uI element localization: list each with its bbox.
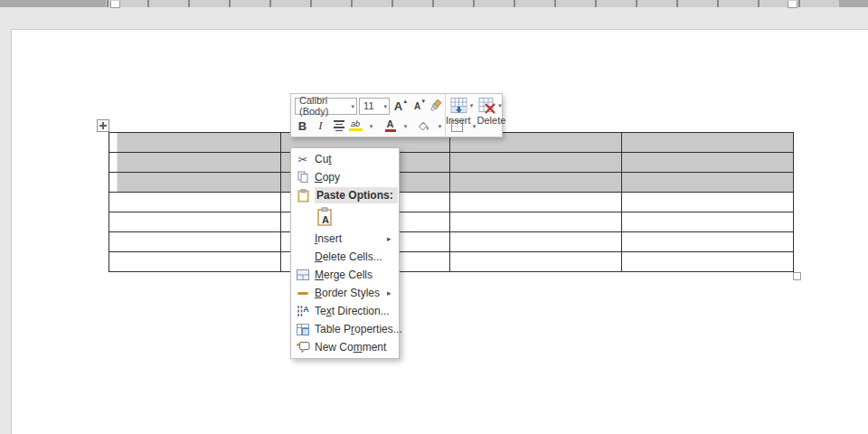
shading-button[interactable] [415,118,430,135]
chevron-down-icon: ▾ [439,123,442,129]
table-grid[interactable] [108,132,794,272]
svg-text:A: A [303,305,309,314]
delete-label: Delete [477,115,506,126]
mini-toolbar-format-section: Calibri (Body) ▾ 11 ▾ A▲ A▼ [291,94,445,137]
mini-toolbar: Calibri (Body) ▾ 11 ▾ A▲ A▼ [290,93,503,137]
shrink-font-button[interactable]: A▼ [412,98,428,115]
table-row [109,193,794,212]
table-cell[interactable] [622,212,794,232]
keep-text-only-icon: A [316,207,335,227]
font-name-value: Calibri (Body) [299,95,349,117]
table-resize-handle[interactable] [793,272,801,280]
font-name-combo[interactable]: Calibri (Body) ▾ [295,98,357,115]
insert-table-icon [450,97,468,114]
mini-toolbar-table-section: ▾ ▾ Insert Delete [445,94,505,137]
delete-table-button[interactable]: ▾ [478,97,502,114]
up-arrow-icon: ▲ [402,99,408,104]
menu-item-border-styles[interactable]: Border Styles ▸ [291,284,399,302]
table-row [109,153,794,173]
move-handle-plus-icon [102,122,104,129]
chevron-down-icon[interactable]: ▾ [383,103,387,109]
menu-item-table-properties[interactable]: Table Properties... [291,320,399,338]
center-align-icon [334,120,344,131]
chevron-down-icon: ▾ [404,123,408,129]
table-cell[interactable] [109,193,281,212]
format-painter-button[interactable] [428,98,443,115]
table-cell-selected[interactable] [450,173,622,193]
bold-icon: B [298,119,307,133]
chevron-down-icon: ▾ [498,102,502,108]
center-align-button[interactable] [331,118,346,135]
ruler-ticks [0,0,868,7]
keep-text-only-button[interactable]: A [315,206,336,228]
table-cell-selected[interactable] [622,133,794,153]
down-arrow-icon: ▼ [420,99,426,104]
border-styles-icon [297,292,308,295]
merge-cells-icon [297,269,309,280]
horizontal-ruler[interactable] [0,0,868,7]
insert-table-button[interactable]: ▾ [450,97,474,114]
submenu-arrow-icon: ▸ [387,234,399,243]
text-highlight-dropdown[interactable]: ▾ [362,118,381,135]
table-properties-icon [297,324,309,335]
paste-options-label: Paste Options: [315,187,398,203]
menu-item-insert[interactable]: Insert ▸ [291,230,399,248]
menu-item-text-direction[interactable]: A Text Direction... [291,302,399,320]
table-row [109,252,794,272]
table-cell[interactable] [622,252,794,272]
text-direction-icon: A [297,305,309,317]
table-cell[interactable] [109,252,281,272]
chevron-down-icon: ▾ [470,102,474,108]
cut-icon: ✂ [298,154,308,165]
table-cell-selected[interactable] [109,173,281,193]
table-cell-selected[interactable] [109,153,281,173]
delete-table-icon [478,97,496,114]
table-row [109,232,794,252]
document-table[interactable] [108,132,794,272]
menu-item-paste-options-header: Paste Options: [291,186,399,204]
paste-icon [297,189,309,203]
table-move-handle[interactable] [97,119,109,132]
menu-item-delete-cells[interactable]: Delete Cells... [291,248,399,266]
menu-item-merge-cells[interactable]: Merge Cells [291,266,399,284]
ruler-left-margin-zone [0,0,106,7]
menu-item-cut[interactable]: ✂ Cut [291,150,399,168]
shrink-font-icon: A [414,101,420,111]
font-color-dropdown[interactable]: ▾ [396,118,415,135]
table-cell[interactable] [622,232,794,252]
left-indent-marker[interactable] [110,1,120,8]
table-cell[interactable] [109,232,281,252]
italic-icon: I [318,118,322,133]
font-size-combo[interactable]: 11 ▾ [359,98,390,115]
grow-font-button[interactable]: A▲ [393,98,409,115]
table-cell-selected[interactable] [450,153,622,173]
highlight-icon: ab [349,120,363,132]
table-row [109,173,794,193]
table-cell-selected[interactable] [622,173,794,193]
svg-text:A: A [322,214,329,225]
menu-item-paste-options: A [291,204,399,230]
table-cell[interactable] [450,193,622,212]
table-cell[interactable] [450,232,622,252]
table-cell[interactable] [622,193,794,212]
word-document-window: { "glyphs": { "caret": "▾", "submenu_arr… [0,0,868,434]
menu-item-copy[interactable]: Copy [291,168,399,186]
text-highlight-button[interactable]: ab [346,118,362,135]
italic-button[interactable]: I [310,118,331,135]
grow-font-icon: A [394,99,402,113]
table-cell[interactable] [450,252,622,272]
new-comment-icon [297,341,310,354]
table-cell-selected[interactable] [622,153,794,173]
format-painter-icon [429,99,442,113]
menu-item-new-comment[interactable]: New Comment [291,338,399,356]
chevron-down-icon[interactable]: ▾ [352,103,355,109]
table-cell[interactable] [450,212,622,232]
bold-button[interactable]: B [295,118,310,135]
table-cell-selected[interactable] [109,133,281,153]
paint-bucket-icon [416,119,430,132]
table-cell[interactable] [109,212,281,232]
font-color-button[interactable]: A [381,118,396,135]
copy-icon [297,171,309,184]
font-size-value: 11 [363,100,373,111]
right-indent-marker[interactable] [788,1,797,8]
